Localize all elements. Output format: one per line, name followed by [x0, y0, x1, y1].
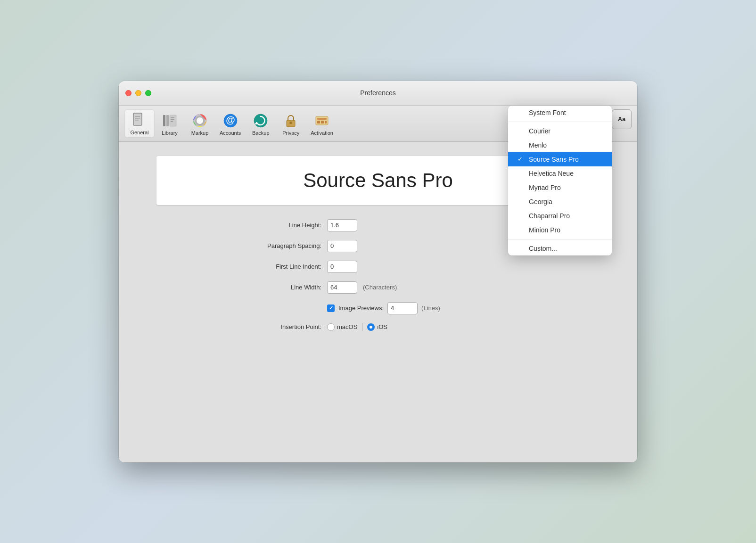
toolbar-label-markup: Markup	[191, 130, 209, 136]
accounts-icon: @	[222, 112, 239, 129]
svg-rect-2	[135, 118, 140, 119]
toolbar-item-markup[interactable]: Markup	[185, 110, 215, 138]
dropdown-separator-1	[508, 122, 612, 122]
minimize-button[interactable]	[135, 90, 141, 96]
radio-macos[interactable]	[327, 323, 335, 331]
dropdown-label-menlo: Menlo	[529, 141, 547, 149]
toolbar-item-backup[interactable]: Backup	[246, 110, 276, 138]
dropdown-item-courier[interactable]: Courier	[508, 124, 612, 138]
checkmark-source-sans-pro: ✓	[518, 156, 525, 163]
dropdown-item-minion-pro[interactable]: Minion Pro	[508, 223, 612, 237]
dropdown-item-custom[interactable]: Custom...	[508, 241, 612, 255]
dropdown-label-system-font: System Font	[529, 109, 566, 116]
library-icon	[161, 112, 178, 129]
line-width-input[interactable]	[328, 284, 357, 291]
svg-rect-1	[135, 116, 140, 117]
image-previews-label: Image Previews:	[338, 304, 384, 312]
insertion-point-row: Insertion Point: macOS iOS	[237, 323, 519, 331]
toolbar-label-general: General	[130, 130, 148, 135]
settings-grid: Line Height: ▲ ▼ Paragraph Spacing: ▲ ▼	[237, 219, 519, 331]
line-height-input[interactable]	[328, 222, 357, 229]
paragraph-spacing-input[interactable]	[328, 242, 357, 249]
dropdown-label-chaparral-pro: Chaparral Pro	[529, 212, 570, 220]
close-button[interactable]	[125, 90, 131, 96]
paragraph-spacing-label: Paragraph Spacing:	[237, 242, 321, 249]
markup-icon	[191, 112, 208, 129]
checkbox-checkmark: ✓	[329, 305, 333, 311]
svg-rect-5	[166, 115, 169, 126]
font-button-label: Aa	[618, 115, 626, 123]
svg-rect-21	[321, 121, 324, 123]
dropdown-item-myriad-pro[interactable]: Myriad Pro	[508, 181, 612, 195]
insertion-point-radio-group: macOS iOS	[327, 323, 387, 331]
svg-rect-8	[171, 119, 174, 120]
dropdown-label-minion-pro: Minion Pro	[529, 226, 560, 234]
maximize-button[interactable]	[145, 90, 151, 96]
toolbar-label-backup: Backup	[252, 130, 270, 136]
line-width-stepper[interactable]: ▲ ▼	[327, 281, 357, 294]
line-height-row: Line Height: ▲ ▼	[237, 219, 519, 231]
svg-point-12	[197, 117, 203, 124]
toolbar-item-activation[interactable]: Activation	[306, 110, 338, 138]
font-preview-text: Source Sans Pro	[303, 169, 453, 191]
first-line-indent-label: First Line Indent:	[237, 263, 321, 270]
dropdown-item-georgia[interactable]: Georgia	[508, 195, 612, 209]
image-previews-hint: (Lines)	[421, 304, 440, 312]
svg-rect-17	[290, 122, 292, 124]
svg-rect-22	[325, 121, 327, 123]
toolbar-label-library: Library	[162, 130, 178, 136]
titlebar: Preferences	[119, 81, 637, 106]
toolbar-label-privacy: Privacy	[282, 130, 299, 136]
svg-rect-19	[317, 118, 327, 120]
first-line-indent-stepper[interactable]: ▲ ▼	[327, 261, 357, 273]
font-dropdown-menu: System Font Courier Menlo ✓ Source Sans …	[508, 106, 612, 255]
radio-option-macos: macOS	[327, 323, 357, 331]
dropdown-label-source-sans-pro: Source Sans Pro	[529, 156, 579, 163]
toolbar-item-library[interactable]: Library	[155, 110, 185, 138]
general-icon	[131, 112, 148, 129]
toolbar-item-accounts[interactable]: @ Accounts	[215, 110, 246, 138]
svg-text:@: @	[226, 115, 235, 125]
dropdown-item-system-font[interactable]: System Font	[508, 106, 612, 120]
privacy-icon	[282, 112, 299, 129]
image-previews-stepper[interactable]: ▲ ▼	[387, 302, 418, 314]
radio-macos-label: macOS	[337, 323, 357, 330]
dropdown-item-chaparral-pro[interactable]: Chaparral Pro	[508, 209, 612, 223]
dropdown-separator-2	[508, 239, 612, 239]
paragraph-spacing-stepper[interactable]: ▲ ▼	[327, 240, 357, 252]
image-previews-checkbox[interactable]: ✓	[327, 304, 335, 312]
dropdown-label-custom: Custom...	[529, 245, 557, 252]
preferences-window: Preferences General	[119, 81, 637, 462]
radio-option-ios: iOS	[367, 323, 387, 331]
first-line-indent-input[interactable]	[328, 263, 357, 270]
line-width-hint: (Characters)	[363, 284, 397, 291]
svg-rect-3	[135, 120, 139, 121]
toolbar-label-accounts: Accounts	[220, 130, 241, 136]
image-previews-row: ✓ Image Previews: ▲ ▼ (Lines)	[237, 302, 519, 314]
activation-icon	[313, 112, 330, 129]
backup-icon	[252, 112, 269, 129]
image-previews-input[interactable]	[388, 304, 418, 312]
svg-rect-4	[163, 115, 165, 126]
radio-ios[interactable]	[367, 323, 375, 331]
dropdown-item-helvetica-neue[interactable]: Helvetica Neue	[508, 166, 612, 181]
paragraph-spacing-row: Paragraph Spacing: ▲ ▼	[237, 240, 519, 252]
line-width-row: Line Width: ▲ ▼ (Characters)	[237, 281, 519, 294]
svg-rect-6	[170, 115, 176, 126]
line-height-stepper[interactable]: ▲ ▼	[327, 219, 357, 231]
svg-rect-0	[133, 113, 142, 125]
toolbar-label-activation: Activation	[311, 130, 333, 136]
dropdown-item-menlo[interactable]: Menlo	[508, 138, 612, 152]
toolbar-item-general[interactable]: General	[124, 109, 155, 138]
dropdown-item-source-sans-pro[interactable]: ✓ Source Sans Pro	[508, 152, 612, 166]
dropdown-label-courier: Courier	[529, 127, 551, 135]
toolbar-item-privacy[interactable]: Privacy	[276, 110, 306, 138]
svg-rect-7	[171, 117, 174, 118]
insertion-point-label: Insertion Point:	[237, 323, 321, 330]
svg-rect-9	[171, 121, 173, 122]
radio-ios-label: iOS	[377, 323, 387, 330]
dropdown-label-georgia: Georgia	[529, 198, 552, 206]
window-title: Preferences	[360, 89, 395, 97]
font-picker-button[interactable]: Aa	[612, 109, 632, 129]
dropdown-label-helvetica-neue: Helvetica Neue	[529, 170, 574, 177]
